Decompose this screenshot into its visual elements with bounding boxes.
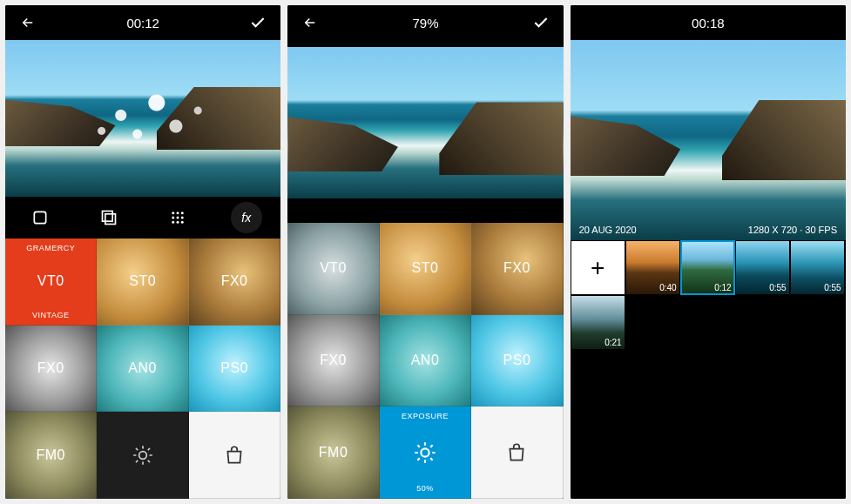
filter-vt0[interactable]: VT0 bbox=[287, 223, 379, 315]
add-clip-button[interactable]: + bbox=[571, 240, 625, 295]
exposure-value: 50% bbox=[416, 484, 434, 493]
svg-rect-1 bbox=[102, 212, 112, 222]
svg-point-9 bbox=[172, 221, 174, 224]
topbar: 00:18 bbox=[571, 5, 846, 40]
plus-icon: + bbox=[591, 254, 604, 282]
exposure-button[interactable]: EXPOSURE 50% bbox=[380, 407, 471, 499]
video-preview[interactable] bbox=[287, 40, 563, 223]
svg-point-10 bbox=[176, 221, 179, 224]
screen-exposure: 79% VT0 ST0 FX0 FX0 AN0 PS0 FM0 EXPOSURE… bbox=[287, 5, 563, 499]
exposure-label: EXPOSURE bbox=[402, 412, 449, 420]
shop-icon bbox=[223, 444, 246, 467]
filter-code: VT0 bbox=[37, 273, 64, 289]
screen-filter-select: 00:12 fx GRAMERCY VT0 VINTAGE ST0 FX0 FX… bbox=[5, 5, 280, 499]
brightness-icon bbox=[132, 444, 154, 467]
clip-metadata: 20 AUG 2020 1280 X 720 · 30 FPS bbox=[571, 225, 846, 235]
shop-icon bbox=[505, 441, 528, 464]
svg-point-11 bbox=[180, 221, 183, 224]
filter-st0[interactable]: ST0 bbox=[97, 239, 188, 326]
filter-st0[interactable]: ST0 bbox=[380, 223, 471, 315]
filter-fx0[interactable]: FX0 bbox=[189, 239, 280, 326]
filter-family-label: GRAMERCY bbox=[26, 244, 75, 252]
confirm-icon[interactable] bbox=[247, 14, 268, 31]
grid-icon[interactable] bbox=[162, 202, 193, 233]
brightness-button[interactable] bbox=[97, 412, 188, 499]
clip-date: 20 AUG 2020 bbox=[579, 225, 637, 235]
clip-duration: 0:21 bbox=[604, 338, 621, 347]
topbar: 00:12 bbox=[5, 5, 280, 40]
svg-point-6 bbox=[172, 217, 174, 219]
shop-button[interactable] bbox=[471, 407, 563, 499]
svg-point-12 bbox=[138, 451, 146, 459]
filter-grid: VT0 ST0 FX0 FX0 AN0 PS0 FM0 EXPOSURE 50% bbox=[287, 223, 563, 499]
project-duration: 00:18 bbox=[604, 16, 813, 30]
tool-row: fx bbox=[5, 197, 280, 239]
filter-fm0[interactable]: FM0 bbox=[5, 412, 97, 499]
filter-ps0[interactable]: PS0 bbox=[189, 326, 280, 413]
svg-point-3 bbox=[172, 212, 174, 214]
filter-fx0-b[interactable]: FX0 bbox=[5, 326, 97, 413]
svg-point-7 bbox=[176, 217, 179, 219]
video-preview[interactable]: 20 AUG 2020 1280 X 720 · 30 FPS bbox=[571, 40, 846, 240]
screen-clip-library: 00:18 20 AUG 2020 1280 X 720 · 30 FPS + … bbox=[571, 5, 846, 499]
svg-rect-0 bbox=[34, 212, 45, 223]
svg-rect-2 bbox=[105, 214, 115, 225]
confirm-icon[interactable] bbox=[530, 14, 551, 31]
video-preview[interactable] bbox=[5, 40, 280, 197]
filter-fx0-b[interactable]: FX0 bbox=[287, 315, 379, 407]
brightness-icon bbox=[413, 440, 437, 465]
filter-style-label: VINTAGE bbox=[32, 311, 69, 319]
topbar: 79% bbox=[287, 5, 563, 40]
clip-thumb[interactable]: 0:55 bbox=[735, 240, 790, 295]
empty-area bbox=[571, 350, 846, 499]
filter-grid: GRAMERCY VT0 VINTAGE ST0 FX0 FX0 AN0 PS0… bbox=[5, 239, 280, 499]
layers-icon[interactable] bbox=[93, 202, 125, 233]
aspect-icon[interactable] bbox=[24, 202, 56, 233]
video-timecode: 00:12 bbox=[38, 16, 247, 30]
clip-resfps: 1280 X 720 · 30 FPS bbox=[748, 225, 837, 235]
clip-row: + 0:40 0:12 0:55 0:55 0:21 bbox=[571, 240, 846, 350]
filter-vt0[interactable]: GRAMERCY VT0 VINTAGE bbox=[5, 239, 97, 326]
clip-thumb[interactable]: 0:12 bbox=[680, 240, 735, 295]
clip-duration: 0:12 bbox=[714, 283, 731, 292]
filter-ps0[interactable]: PS0 bbox=[471, 315, 563, 407]
filter-an0[interactable]: AN0 bbox=[97, 326, 188, 413]
filter-fm0[interactable]: FM0 bbox=[287, 407, 379, 499]
svg-point-5 bbox=[180, 212, 183, 214]
svg-point-8 bbox=[180, 217, 183, 219]
clip-thumb[interactable]: 0:21 bbox=[571, 295, 625, 350]
filter-fx0[interactable]: FX0 bbox=[471, 223, 563, 315]
shop-button[interactable] bbox=[189, 412, 280, 499]
svg-point-4 bbox=[176, 212, 179, 214]
back-icon[interactable] bbox=[300, 15, 321, 30]
clip-thumb[interactable]: 0:40 bbox=[625, 240, 680, 295]
back-icon[interactable] bbox=[17, 15, 38, 30]
clip-thumb[interactable]: 0:55 bbox=[790, 240, 845, 295]
fx-icon[interactable]: fx bbox=[231, 202, 262, 233]
svg-point-13 bbox=[421, 448, 429, 456]
progress-label: 79% bbox=[321, 16, 530, 30]
clip-duration: 0:40 bbox=[659, 283, 676, 292]
clip-duration: 0:55 bbox=[824, 283, 841, 292]
clip-duration: 0:55 bbox=[769, 283, 786, 292]
filter-an0[interactable]: AN0 bbox=[380, 315, 471, 407]
